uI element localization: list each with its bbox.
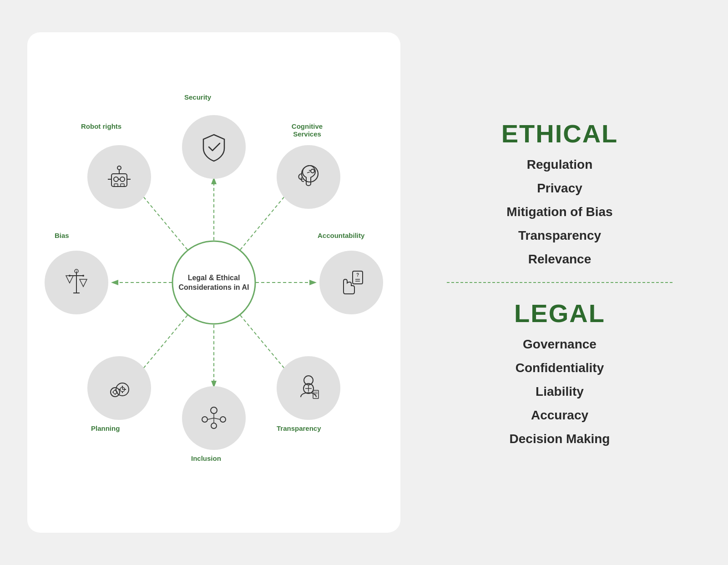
ethical-title: ETHICAL (501, 119, 618, 148)
item-privacy: Privacy (537, 181, 582, 196)
item-relevance: Relevance (528, 252, 592, 267)
svg-point-49 (82, 275, 84, 277)
svg-rect-21 (313, 390, 318, 399)
analyst-icon (293, 372, 324, 404)
item-governance: Governance (523, 337, 597, 352)
svg-line-31 (214, 418, 220, 419)
diagram: Legal & Ethical Considerations in AI Sec… (41, 46, 387, 519)
robot-icon (103, 161, 135, 193)
svg-point-25 (211, 407, 217, 414)
diagram-panel: Legal & Ethical Considerations in AI Sec… (27, 32, 400, 533)
right-panel: ETHICAL Regulation Privacy Mitigation of… (419, 105, 701, 460)
svg-line-8 (138, 191, 187, 250)
scale-question-icon: ? (61, 267, 92, 298)
main-container: Legal & Ethical Considerations in AI Sec… (9, 14, 719, 551)
center-circle: Legal & Ethical Considerations in AI (172, 241, 256, 325)
svg-text:?: ? (76, 270, 77, 273)
item-regulation: Regulation (527, 157, 593, 172)
item-accuracy: Accuracy (531, 408, 588, 423)
svg-line-6 (138, 315, 187, 374)
satellite-security (182, 115, 246, 179)
item-liability: Liability (536, 384, 584, 399)
label-inclusion: Inclusion (191, 454, 221, 462)
svg-line-30 (207, 418, 214, 419)
satellite-robot-rights (87, 145, 151, 209)
label-planning: Planning (91, 424, 120, 432)
svg-point-38 (111, 388, 120, 397)
label-bias: Bias (55, 232, 69, 239)
item-transparency-ethical: Transparency (518, 228, 601, 243)
hand-question-icon: ? (335, 267, 367, 298)
label-cognitive: CognitiveServices (280, 122, 334, 138)
svg-point-55 (120, 177, 125, 182)
center-text: Legal & Ethical Considerations in AI (173, 273, 255, 292)
satellite-transparency (277, 356, 340, 420)
item-decision-making: Decision Making (510, 432, 610, 446)
svg-point-10 (311, 169, 314, 173)
svg-point-27 (220, 417, 226, 422)
legal-title: LEGAL (514, 298, 605, 328)
label-robot-rights: Robot rights (81, 122, 121, 130)
satellite-inclusion (182, 386, 246, 450)
shield-icon (198, 131, 230, 163)
item-confidentiality: Confidentiality (516, 361, 604, 375)
section-divider (447, 282, 672, 283)
item-mitigation-of-bias: Mitigation of Bias (506, 205, 612, 219)
brain-icon (293, 161, 324, 193)
svg-point-26 (202, 417, 207, 422)
satellite-cognitive (277, 145, 340, 209)
satellite-accountability: ? (319, 251, 383, 314)
label-transparency: Transparency (277, 424, 321, 432)
satellite-bias: ? (45, 251, 108, 314)
svg-line-12 (307, 172, 310, 173)
gears-clock-icon (103, 372, 135, 404)
label-accountability: Accountability (318, 232, 364, 239)
label-security: Security (184, 93, 211, 101)
svg-point-58 (117, 166, 121, 170)
people-icon (198, 402, 230, 434)
svg-line-2 (240, 191, 289, 250)
svg-point-28 (211, 423, 217, 429)
svg-line-4 (240, 315, 289, 374)
satellite-planning (87, 356, 151, 420)
svg-point-54 (114, 177, 118, 182)
svg-text:?: ? (356, 272, 359, 277)
